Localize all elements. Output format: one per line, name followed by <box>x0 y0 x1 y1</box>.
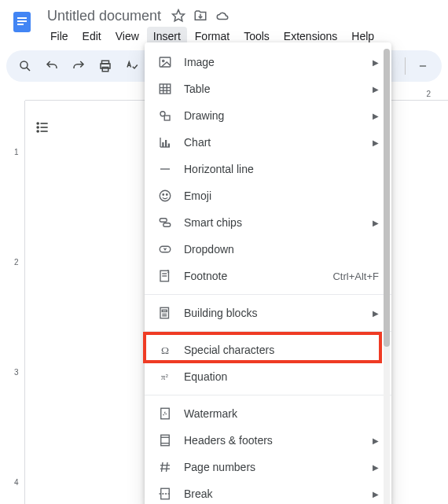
insert-menu: Image▶Table▶Drawing▶Chart▶Horizontal lin… <box>145 42 391 504</box>
menu-item-break[interactable]: Break▶ <box>145 480 391 504</box>
ruler-h-tick: 2 <box>426 90 431 98</box>
menu-item-label: Horizontal line <box>184 163 379 175</box>
drawing-icon <box>157 108 173 123</box>
chevron-right-icon: ▶ <box>373 58 379 67</box>
svg-text:1: 1 <box>167 269 170 274</box>
menu-item-label: Page numbers <box>184 461 373 473</box>
ruler-v-tick: 2 <box>14 258 19 267</box>
menu-item-label: Footnote <box>184 270 332 282</box>
svg-rect-36 <box>163 223 171 227</box>
star-icon[interactable] <box>171 8 186 24</box>
menu-item-headersfooters[interactable]: Headers & footers▶ <box>145 427 391 454</box>
chevron-right-icon: ▶ <box>373 436 379 445</box>
svg-point-18 <box>163 60 164 61</box>
menu-item-smartchips[interactable]: Smart chips▶ <box>145 209 391 236</box>
hide-menus-button[interactable] <box>410 53 435 79</box>
svg-rect-30 <box>168 144 170 148</box>
menu-item-shortcut: Ctrl+Alt+F <box>332 270 379 282</box>
cloud-status-icon[interactable] <box>215 8 230 24</box>
svg-rect-25 <box>164 116 170 120</box>
redo-button[interactable] <box>66 53 91 79</box>
menu-item-hr[interactable]: Horizontal line <box>145 156 391 182</box>
menu-divider <box>145 395 391 395</box>
svg-point-11 <box>37 123 39 124</box>
menu-item-drawing[interactable]: Drawing▶ <box>145 102 391 129</box>
undo-button[interactable] <box>39 53 64 79</box>
spellcheck-button[interactable] <box>119 53 145 79</box>
chips-icon <box>157 215 173 230</box>
svg-rect-28 <box>162 142 163 147</box>
menu-item-watermark[interactable]: Watermark <box>145 400 391 427</box>
menu-item-label: Break <box>184 487 373 500</box>
menubar-item-view[interactable]: View <box>109 27 145 46</box>
svg-point-32 <box>160 190 171 201</box>
menu-divider <box>145 294 391 295</box>
menu-item-label: Emoji <box>184 189 379 202</box>
document-outline-button[interactable] <box>28 113 57 142</box>
footnote-icon: 1 <box>157 268 173 284</box>
menu-item-label: Table <box>184 83 373 95</box>
image-icon <box>157 54 173 70</box>
title-area: Untitled document FileEditViewInsertForm… <box>44 6 380 46</box>
menu-item-label: Drawing <box>184 109 373 122</box>
headerfooter-icon <box>157 432 173 448</box>
chevron-right-icon: ▶ <box>373 490 379 498</box>
svg-rect-17 <box>160 57 171 67</box>
svg-rect-42 <box>160 307 169 318</box>
menu-item-image[interactable]: Image▶ <box>145 49 391 75</box>
svg-point-34 <box>167 194 168 196</box>
svg-point-13 <box>37 127 39 128</box>
vertical-ruler[interactable]: 1234 <box>13 101 25 504</box>
svg-line-6 <box>27 68 30 71</box>
menu-item-label: Equation <box>184 370 379 383</box>
move-icon[interactable] <box>193 8 208 24</box>
svg-rect-49 <box>161 435 170 446</box>
chart-icon <box>157 134 173 150</box>
chevron-right-icon: ▶ <box>373 219 379 227</box>
svg-rect-3 <box>17 24 24 25</box>
svg-line-52 <box>162 462 163 472</box>
menu-item-label: Dropdown <box>184 243 379 256</box>
svg-rect-48 <box>161 408 170 419</box>
menu-item-dropdown[interactable]: Dropdown <box>145 236 391 263</box>
chevron-right-icon: ▶ <box>373 309 379 318</box>
chevron-right-icon: ▶ <box>373 112 379 120</box>
blocks-icon <box>157 305 173 321</box>
ruler-v-tick: 3 <box>14 368 19 377</box>
svg-line-53 <box>167 462 168 472</box>
watermark-icon <box>157 406 173 421</box>
menu-item-label: Building blocks <box>184 307 373 319</box>
pi-icon: π² <box>157 369 173 384</box>
menu-item-chart[interactable]: Chart▶ <box>145 129 391 156</box>
print-button[interactable] <box>93 53 118 79</box>
svg-rect-29 <box>165 140 167 147</box>
menu-item-label: Smart chips <box>184 216 373 229</box>
svg-point-33 <box>163 194 164 196</box>
menu-item-specialchars[interactable]: ΩSpecial characters <box>145 337 391 363</box>
svg-point-5 <box>20 61 28 68</box>
menu-item-table[interactable]: Table▶ <box>145 75 391 102</box>
svg-rect-19 <box>160 84 171 94</box>
svg-rect-1 <box>17 17 27 19</box>
menu-item-emoji[interactable]: Emoji <box>145 182 391 209</box>
menubar-item-edit[interactable]: Edit <box>76 27 108 46</box>
svg-point-15 <box>37 131 39 132</box>
menu-item-equation[interactable]: π²Equation <box>145 363 391 390</box>
svg-rect-43 <box>162 310 167 311</box>
menu-item-footnote[interactable]: 1FootnoteCtrl+Alt+F <box>145 263 391 289</box>
document-title[interactable]: Untitled document <box>44 8 164 24</box>
chevron-right-icon: ▶ <box>373 138 379 147</box>
minus-icon <box>157 161 173 177</box>
menu-item-pagenumbers[interactable]: Page numbers▶ <box>145 454 391 480</box>
toolbar-separator <box>405 57 406 75</box>
svg-rect-35 <box>160 219 167 223</box>
menubar-item-file[interactable]: File <box>44 27 75 46</box>
menu-item-label: Image <box>184 56 373 68</box>
docs-logo[interactable] <box>6 6 38 38</box>
ruler-v-tick: 4 <box>14 478 19 487</box>
chevron-right-icon: ▶ <box>373 463 379 472</box>
omega-icon: Ω <box>157 342 173 358</box>
menu-item-buildingblocks[interactable]: Building blocks▶ <box>145 300 391 326</box>
search-menus-button[interactable] <box>13 53 38 79</box>
hash-icon <box>157 459 173 475</box>
